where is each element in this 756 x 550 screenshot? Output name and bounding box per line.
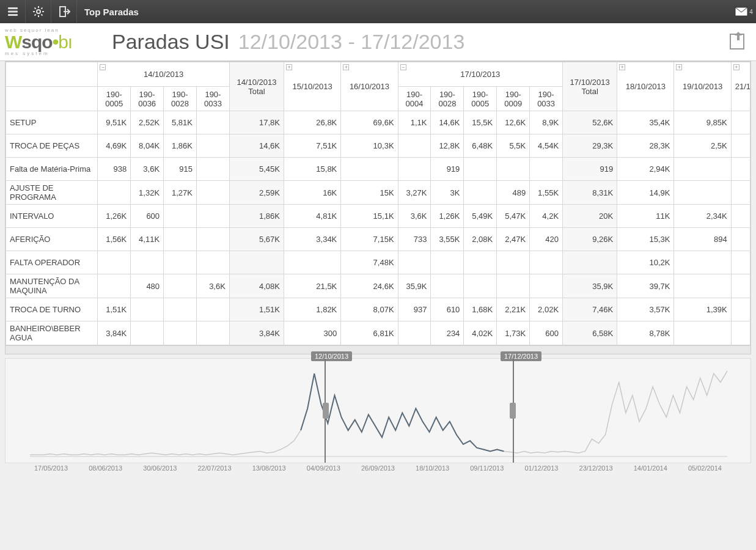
data-cell: 4,11K: [131, 228, 164, 251]
data-cell: [731, 251, 750, 274]
expand-icon[interactable]: +: [733, 64, 739, 70]
x-tick: 23/12/2013: [579, 464, 613, 472]
export-button[interactable]: [727, 31, 747, 54]
range-handle-left[interactable]: [323, 403, 329, 419]
menu-button[interactable]: [0, 0, 26, 23]
data-cell: [731, 158, 750, 181]
data-cell: 2,52K: [131, 111, 164, 134]
row-label: AFERIÇÃO: [6, 228, 98, 251]
data-cell: [497, 251, 530, 274]
x-tick: 17/05/2013: [34, 464, 68, 472]
row-label: SETUP: [6, 111, 98, 134]
data-cell: 8,04K: [131, 134, 164, 158]
horizontal-scrollbar[interactable]: [5, 346, 751, 354]
svg-rect-1: [8, 11, 18, 13]
col-group-header[interactable]: 17/10/2013 Total: [563, 62, 617, 111]
data-cell: [196, 251, 229, 274]
col-sub-header[interactable]: 190-0028: [431, 87, 464, 111]
settings-button[interactable]: [26, 0, 51, 23]
data-cell: [431, 251, 464, 274]
col-sub-header[interactable]: 190-0005: [98, 87, 131, 111]
toolbar: Top Paradas 4: [0, 0, 756, 23]
data-cell: 5,45K: [229, 158, 284, 181]
svg-line-11: [41, 8, 42, 9]
expand-icon[interactable]: −: [400, 64, 406, 70]
data-cell: 21,5K: [284, 274, 341, 298]
col-sub-header[interactable]: 190-0004: [398, 87, 431, 111]
row-label: FALTA OPERADOR: [6, 251, 98, 274]
table-row: BANHEIRO\BEBER AGUA3,84K3,84K3006,81K234…: [6, 321, 750, 345]
col-sub-header[interactable]: 190-0009: [497, 87, 530, 111]
data-cell: 4,02K: [464, 321, 497, 345]
data-cell: 733: [398, 228, 431, 251]
col-group-header[interactable]: 14/10/2013 Total: [229, 62, 284, 111]
expand-icon[interactable]: −: [100, 64, 106, 70]
data-cell: [131, 251, 164, 274]
exit-button[interactable]: [51, 0, 77, 23]
data-cell: [563, 251, 617, 274]
expand-icon[interactable]: +: [286, 64, 292, 70]
data-cell: [131, 321, 164, 345]
expand-icon[interactable]: +: [343, 64, 349, 70]
data-cell: [98, 274, 131, 298]
data-cell: 3,6K: [398, 205, 431, 228]
data-cell: [530, 274, 563, 298]
col-sub-header[interactable]: 190-0033: [196, 87, 229, 111]
data-cell: 1,51K: [98, 298, 131, 321]
data-cell: 938: [98, 158, 131, 181]
col-sub-header[interactable]: [6, 87, 98, 111]
svg-line-9: [41, 14, 42, 15]
data-cell: 15,5K: [464, 111, 497, 134]
data-cell: 3K: [431, 181, 464, 205]
svg-line-8: [34, 8, 35, 9]
data-cell: [98, 181, 131, 205]
col-group-header[interactable]: −14/10/2013: [98, 62, 230, 87]
data-cell: [731, 321, 750, 345]
data-cell: 35,9K: [398, 274, 431, 298]
expand-icon[interactable]: +: [619, 64, 625, 70]
data-cell: [398, 251, 431, 274]
row-label: AJUSTE DE PROGRAMA: [6, 181, 98, 205]
data-cell: [164, 274, 197, 298]
logo: web sequor lean Wsqo•bı mes system: [5, 28, 112, 56]
data-cell: 12,8K: [431, 134, 464, 158]
data-cell: 35,9K: [563, 274, 617, 298]
col-group-header[interactable]: +16/10/2013: [341, 62, 398, 111]
data-cell: [229, 251, 284, 274]
mail-button[interactable]: 4: [732, 7, 756, 16]
svg-point-3: [37, 10, 40, 13]
range-handle-right[interactable]: [510, 403, 516, 419]
data-cell: 489: [497, 181, 530, 205]
col-sub-header[interactable]: 190-0005: [464, 87, 497, 111]
data-cell: 1,32K: [131, 181, 164, 205]
data-cell: 1,55K: [530, 181, 563, 205]
data-cell: [464, 181, 497, 205]
table-row: FALTA OPERADOR7,48K10,2K: [6, 251, 750, 274]
col-sub-header[interactable]: 190-0033: [530, 87, 563, 111]
col-group-header[interactable]: −17/10/2013: [398, 62, 562, 87]
col-group-header[interactable]: +15/10/2013: [284, 62, 341, 111]
col-group-header[interactable]: +21/1: [731, 62, 750, 111]
data-cell: 35,4K: [617, 111, 674, 134]
x-tick: 05/02/2014: [688, 464, 722, 472]
col-group-header[interactable]: +19/10/2013: [674, 62, 731, 111]
data-cell: 420: [530, 228, 563, 251]
data-cell: [341, 158, 398, 181]
chart-x-axis: 17/05/201308/06/201330/06/201322/07/2013…: [0, 463, 756, 475]
data-cell: [674, 251, 731, 274]
data-cell: 5,67K: [229, 228, 284, 251]
timeline-chart[interactable]: 12/10/2013 17/12/2013: [5, 358, 751, 463]
col-group-header[interactable]: +18/10/2013: [617, 62, 674, 111]
table-row: TROCA DE TURNO1,51K1,51K1,82K8,07K937610…: [6, 298, 750, 321]
data-cell: 20K: [563, 205, 617, 228]
range-selection[interactable]: [325, 359, 514, 463]
data-cell: 4,69K: [98, 134, 131, 158]
col-group-header[interactable]: [6, 62, 98, 87]
data-cell: [464, 274, 497, 298]
table-row: TROCA DE PEÇAS4,69K8,04K1,86K14,6K7,51K1…: [6, 134, 750, 158]
expand-icon[interactable]: +: [676, 64, 682, 70]
col-sub-header[interactable]: 190-0036: [131, 87, 164, 111]
col-sub-header[interactable]: 190-0028: [164, 87, 197, 111]
data-cell: [731, 111, 750, 134]
table-row: Falta de Matéria-Prima9383,6K9155,45K15,…: [6, 158, 750, 181]
